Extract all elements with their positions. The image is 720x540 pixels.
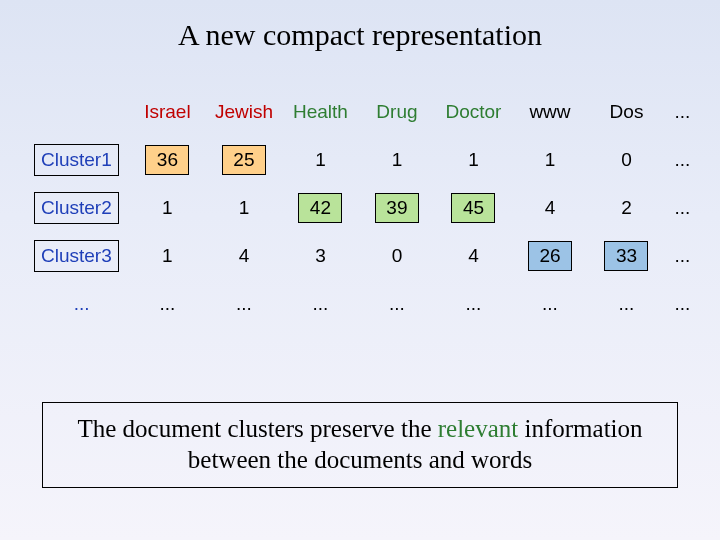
cell: 1 <box>435 136 512 184</box>
cell: 1 <box>359 136 436 184</box>
col-header: Jewish <box>206 88 283 136</box>
highlight-cell: 33 <box>604 241 648 271</box>
col-header: Doctor <box>435 88 512 136</box>
highlight-cell: 26 <box>528 241 572 271</box>
cell: ... <box>206 280 283 328</box>
col-header: Health <box>282 88 359 136</box>
cell: ... <box>435 280 512 328</box>
cell: ... <box>282 280 359 328</box>
cell: 3 <box>282 232 359 280</box>
highlight-cell: 45 <box>451 193 495 223</box>
caption-text-pre: The document clusters preserve the <box>77 415 437 442</box>
caption-box: The document clusters preserve the relev… <box>42 402 678 489</box>
cell: 26 <box>512 232 589 280</box>
cell: ... <box>665 280 700 328</box>
cell: 39 <box>359 184 436 232</box>
table-row: Cluster21142394542... <box>34 184 700 232</box>
cell: 0 <box>588 136 665 184</box>
cell: 0 <box>359 232 436 280</box>
row-label-cell: ... <box>34 280 129 328</box>
cell: ... <box>588 280 665 328</box>
row-label: Cluster3 <box>34 240 119 272</box>
cell: 1 <box>282 136 359 184</box>
cell: 2 <box>588 184 665 232</box>
cell: 1 <box>129 184 206 232</box>
cell: 4 <box>206 232 283 280</box>
col-header: Drug <box>359 88 436 136</box>
cell: ... <box>359 280 436 328</box>
row-label-cell: Cluster1 <box>34 136 129 184</box>
caption-keyword: relevant <box>438 415 519 442</box>
table-row: Cluster1362511110... <box>34 136 700 184</box>
cell: 1 <box>512 136 589 184</box>
table-body: Cluster1362511110...Cluster21142394542..… <box>34 136 700 328</box>
table-row: ........................... <box>34 280 700 328</box>
row-label: Cluster2 <box>34 192 119 224</box>
highlight-cell: 25 <box>222 145 266 175</box>
cell: ... <box>129 280 206 328</box>
cell: 42 <box>282 184 359 232</box>
row-label-cell: Cluster2 <box>34 184 129 232</box>
col-header: Israel <box>129 88 206 136</box>
col-header: ... <box>665 88 700 136</box>
highlight-cell: 42 <box>298 193 342 223</box>
cluster-table: IsraelJewishHealthDrugDoctorwwwDos... Cl… <box>34 88 700 328</box>
cell: 36 <box>129 136 206 184</box>
cell: 1 <box>206 184 283 232</box>
row-label-cell: Cluster3 <box>34 232 129 280</box>
col-header-blank <box>34 88 129 136</box>
cell: 25 <box>206 136 283 184</box>
cell: 4 <box>512 184 589 232</box>
col-header: Dos <box>588 88 665 136</box>
cell: 4 <box>435 232 512 280</box>
cell: ... <box>512 280 589 328</box>
table-row: Cluster3143042633... <box>34 232 700 280</box>
cell: 45 <box>435 184 512 232</box>
cluster-table-wrap: IsraelJewishHealthDrugDoctorwwwDos... Cl… <box>34 88 700 328</box>
highlight-cell: 39 <box>375 193 419 223</box>
cell: 33 <box>588 232 665 280</box>
cell: ... <box>665 136 700 184</box>
cell: 1 <box>129 232 206 280</box>
slide-title: A new compact representation <box>0 0 720 52</box>
table-head: IsraelJewishHealthDrugDoctorwwwDos... <box>34 88 700 136</box>
highlight-cell: 36 <box>145 145 189 175</box>
row-label: Cluster1 <box>34 144 119 176</box>
cell: ... <box>665 232 700 280</box>
cell: ... <box>665 184 700 232</box>
col-header: www <box>512 88 589 136</box>
